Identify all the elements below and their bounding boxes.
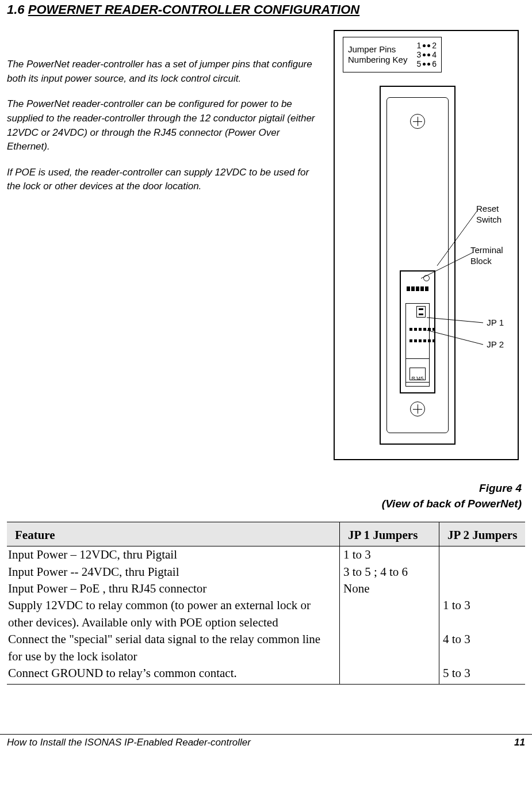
device-diagram: Jumper Pins Numbering Key 1 2 3 4 5 6: [334, 30, 519, 460]
figure-caption: Figure 4 (View of back of PowerNet): [7, 481, 522, 511]
table-row: Connect GROUND to relay’s common contact…: [7, 665, 525, 685]
pin-num-2: 2: [432, 41, 437, 50]
terminal-block-icon: [407, 286, 428, 291]
table-header-feature: Feature: [7, 522, 340, 546]
cell-jp1: [340, 631, 439, 665]
reset-switch-label: Reset Switch: [476, 204, 511, 225]
cell-feature: Input Power – PoE , thru RJ45 connector: [7, 580, 340, 597]
pin-num-5: 5: [416, 59, 421, 68]
pin-dot-icon: [427, 44, 430, 47]
table-header-jp1: JP 1 Jumpers: [340, 522, 439, 546]
table-row: Supply 12VDC to relay common (to power a…: [7, 597, 525, 631]
dip-switch-icon: [416, 306, 426, 318]
pin-dot-icon: [423, 53, 426, 56]
cell-jp2: [439, 580, 526, 597]
intro-paragraph-2: The PowerNet reader-controller can be co…: [7, 97, 323, 154]
jp1-label: JP 1: [487, 318, 504, 327]
pin-num-1: 1: [416, 41, 421, 50]
table-header-jp2: JP 2 Jumpers: [439, 522, 526, 546]
cell-jp2: [439, 546, 526, 564]
jumper-key-box: Jumper Pins Numbering Key 1 2 3 4 5 6: [343, 37, 442, 72]
footer-doc-title: How to Install the ISONAS IP-Enabled Rea…: [7, 737, 251, 748]
screw-icon: [410, 114, 425, 129]
footer-page-number: 11: [514, 737, 525, 748]
page-footer: How to Install the ISONAS IP-Enabled Rea…: [0, 734, 532, 748]
device-inner-outline: RJ45: [386, 97, 449, 433]
rj45-label: RJ45: [411, 376, 423, 381]
cell-jp1: 3 to 5 ; 4 to 6: [340, 564, 439, 580]
terminal-block-label: Terminal Block: [470, 245, 511, 267]
table-row: Connect the "special" serial data signal…: [7, 631, 525, 665]
pin-dot-icon: [423, 63, 426, 66]
pin-num-3: 3: [416, 50, 421, 59]
jumper-key-title-2: Numbering Key: [348, 55, 407, 65]
cell-jp2: 5 to 3: [439, 665, 526, 685]
cell-feature: Connect GROUND to relay’s common contact…: [7, 665, 340, 685]
cell-feature: Input Power -- 24VDC, thru Pigtail: [7, 564, 340, 580]
jp1-pins-icon: [409, 328, 435, 331]
cell-jp1: [340, 665, 439, 685]
pin-dot-icon: [423, 44, 426, 47]
intro-text-block: The PowerNet reader-controller has a set…: [7, 30, 323, 205]
intro-paragraph-1: The PowerNet reader-controller has a set…: [7, 58, 323, 86]
inner-board: RJ45: [405, 303, 430, 387]
table-row: Input Power – 12VDC, thru Pigtail 1 to 3: [7, 546, 525, 564]
figure-caption-line1: Figure 4: [7, 481, 522, 496]
figure-caption-line2: (View of back of PowerNet): [7, 496, 522, 512]
jumper-key-title-1: Jumper Pins: [348, 44, 407, 55]
cell-feature: Supply 12VDC to relay common (to power a…: [7, 597, 340, 631]
cell-jp2: [439, 564, 526, 580]
reset-switch-icon: [423, 275, 430, 281]
component-cutout: RJ45: [400, 270, 435, 393]
section-title-text: POWERNET READER-CONTROLLER CONFIGURATION: [28, 2, 359, 17]
cell-jp2: 1 to 3: [439, 597, 526, 631]
jp2-pins-icon: [409, 339, 435, 342]
section-number: 1.6: [7, 2, 25, 17]
cell-jp1: [340, 597, 439, 631]
pin-num-4: 4: [432, 50, 437, 59]
jp2-label: JP 2: [487, 339, 504, 349]
table-row: Input Power – PoE , thru RJ45 connector …: [7, 580, 525, 597]
pin-num-6: 6: [432, 59, 437, 68]
pin-dot-icon: [427, 63, 430, 66]
cell-jp1: None: [340, 580, 439, 597]
cell-jp1: 1 to 3: [340, 546, 439, 564]
cell-feature: Input Power – 12VDC, thru Pigtail: [7, 546, 340, 564]
table-row: Input Power -- 24VDC, thru Pigtail 3 to …: [7, 564, 525, 580]
cell-feature: Connect the "special" serial data signal…: [7, 631, 340, 665]
intro-paragraph-3: If POE is used, the reader-controller ca…: [7, 166, 323, 194]
screw-icon: [410, 402, 425, 416]
jumper-configuration-table: Feature JP 1 Jumpers JP 2 Jumpers Input …: [7, 522, 525, 685]
rj45-port-icon: RJ45: [405, 358, 430, 383]
pin-dot-icon: [427, 53, 430, 56]
cell-jp2: 4 to 3: [439, 631, 526, 665]
section-heading: 1.6 POWERNET READER-CONTROLLER CONFIGURA…: [7, 2, 525, 17]
device-outline: RJ45: [380, 86, 456, 445]
